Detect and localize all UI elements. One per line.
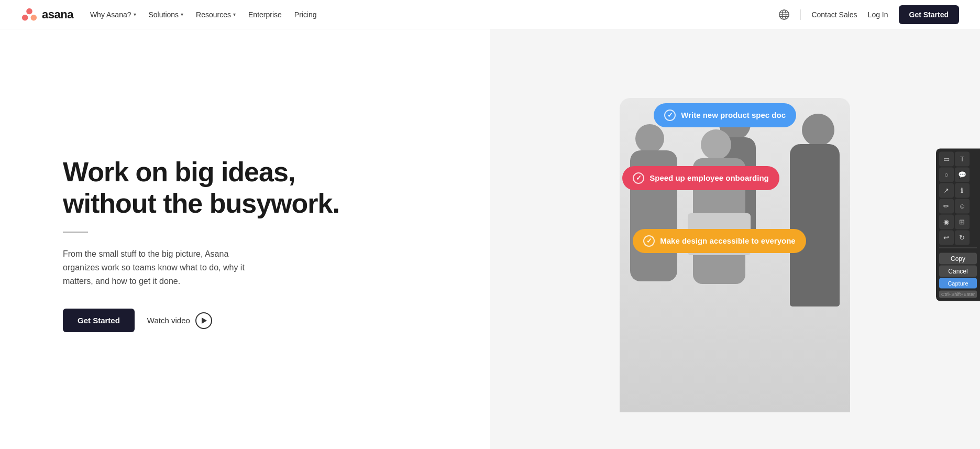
chevron-down-icon: ▾ [134, 12, 136, 17]
right-panel-inner: Write new product spec doc Speed up empl… [490, 29, 981, 449]
tool-row-4: ✏ ☺ [939, 199, 977, 213]
right-panel: Write new product spec doc Speed up empl… [490, 29, 981, 449]
tool-shortcut-label: Ctrl+Shift+Enter [939, 290, 977, 298]
get-started-button[interactable]: Get Started [63, 309, 135, 332]
speech-tool-button[interactable]: 💬 [955, 167, 970, 182]
play-circle-icon [195, 312, 212, 329]
nav-left: asana Why Asana? ▾ Solutions ▾ Resources… [21, 6, 317, 23]
nav-link-resources[interactable]: Resources ▾ [196, 10, 236, 19]
task-badge-orange: Make design accessible to everyone [633, 229, 806, 253]
circle-tool-button[interactable]: ○ [939, 167, 954, 182]
tool-row-5: ◉ ⊞ [939, 214, 977, 229]
svg-point-1 [22, 15, 28, 21]
pen-tool-button[interactable]: ✏ [939, 199, 954, 213]
watch-video-button[interactable]: Watch video [147, 312, 212, 329]
nav-link-enterprise[interactable]: Enterprise [248, 10, 282, 19]
check-icon-blue [664, 109, 676, 121]
tool-copy-button[interactable]: Copy [939, 253, 977, 264]
tool-row-6: ↩ ↻ [939, 230, 977, 245]
asana-logo-icon [21, 6, 38, 23]
tool-row-3: ↗ ℹ [939, 183, 977, 198]
text-tool-button[interactable]: T [955, 151, 970, 166]
nav-link-pricing[interactable]: Pricing [294, 10, 317, 19]
nav-logo[interactable]: asana [21, 6, 73, 23]
grid-tool-button[interactable]: ⊞ [955, 214, 970, 229]
tool-separator [939, 247, 977, 248]
svg-point-2 [31, 15, 37, 21]
contact-sales-link[interactable]: Contact Sales [811, 10, 857, 19]
globe-icon[interactable] [778, 9, 790, 20]
people-background [620, 98, 850, 412]
person-head-4 [802, 114, 834, 146]
get-started-nav-button[interactable]: Get Started [899, 5, 959, 24]
nav-links: Why Asana? ▾ Solutions ▾ Resources ▾ Ent… [90, 10, 317, 19]
nav-link-solutions[interactable]: Solutions ▾ [149, 10, 184, 19]
nav-right: Contact Sales Log In Get Started [778, 5, 959, 24]
redo-tool-button[interactable]: ↻ [955, 230, 970, 245]
nav-link-why-asana[interactable]: Why Asana? ▾ [90, 10, 136, 19]
login-link[interactable]: Log In [868, 10, 888, 19]
task-badge-blue: Write new product spec doc [654, 103, 796, 127]
cta-row: Get Started Watch video [63, 309, 459, 332]
undo-tool-button[interactable]: ↩ [939, 230, 954, 245]
tool-capture-button[interactable]: Capture [939, 278, 977, 288]
logo-text: asana [42, 8, 73, 21]
play-triangle-icon [202, 317, 207, 324]
person-head-2 [635, 124, 664, 153]
headline: Work on big ideas, without the busywork. [63, 157, 459, 220]
chevron-down-icon: ▾ [181, 12, 183, 17]
screenshot-tool-panel: ▭ T ○ 💬 ↗ ℹ ✏ ☺ ◉ ⊞ ↩ ↻ Copy Cancel Capt… [936, 148, 980, 301]
hero-subtext: From the small stuff to the big picture,… [63, 247, 262, 288]
check-icon-orange [643, 235, 655, 247]
check-icon-red [633, 172, 644, 184]
svg-point-0 [26, 8, 32, 14]
navbar: asana Why Asana? ▾ Solutions ▾ Resources… [0, 0, 980, 29]
chevron-down-icon: ▾ [233, 12, 236, 17]
eyedropper-tool-button[interactable]: ◉ [939, 214, 954, 229]
info-tool-button[interactable]: ℹ [955, 183, 970, 198]
divider-line [63, 232, 88, 233]
left-panel: Work on big ideas, without the busywork.… [0, 29, 490, 449]
rectangle-tool-button[interactable]: ▭ [939, 151, 954, 166]
person-head-3 [701, 129, 731, 160]
tool-row-1: ▭ T [939, 151, 977, 166]
tool-cancel-button[interactable]: Cancel [939, 265, 977, 277]
arrow-tool-button[interactable]: ↗ [939, 183, 954, 198]
tool-row-2: ○ 💬 [939, 167, 977, 182]
hero-image-area: Write new product spec doc Speed up empl… [599, 67, 871, 412]
emoji-tool-button[interactable]: ☺ [955, 199, 970, 213]
main-layout: Work on big ideas, without the busywork.… [0, 29, 980, 449]
person-body-4 [790, 144, 840, 306]
nav-divider [800, 9, 801, 20]
task-badge-red: Speed up employee onboarding [622, 166, 779, 190]
